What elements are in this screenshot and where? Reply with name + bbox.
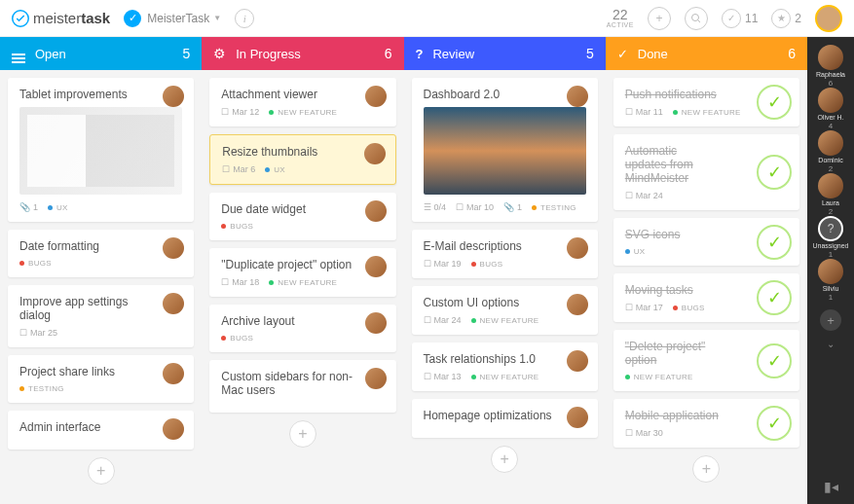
user-avatar[interactable] (815, 5, 842, 32)
task-card[interactable]: Tablet improvements📎 1UX (8, 78, 194, 222)
column-body: Attachment viewer☐ Mar 12NEW FEATUREResi… (202, 70, 403, 504)
column-header-done[interactable]: ✓ Done 6 (606, 37, 807, 70)
tag-ux: UX (265, 165, 285, 174)
assignee-avatar[interactable] (365, 256, 387, 277)
assignee-avatar[interactable] (365, 86, 387, 107)
card-title: Date formatting (19, 239, 182, 253)
add-card-button[interactable]: + (491, 446, 518, 473)
column-header-open[interactable]: Open 5 (0, 37, 202, 70)
project-check-icon: ✓ (124, 10, 141, 27)
project-name[interactable]: MeisterTask (147, 12, 209, 25)
add-member-button[interactable]: + (820, 309, 841, 331)
svg-line-2 (697, 19, 700, 22)
task-card[interactable]: Automatic updates from MindMeister☐ Mar … (613, 134, 799, 210)
card-meta: ☐ Mar 25 (19, 328, 182, 338)
tag-new: NEW FEATURE (625, 373, 693, 381)
card-title: Homepage optimizations (424, 409, 586, 422)
card-image (19, 107, 182, 195)
member-laura[interactable]: Laura 2 (813, 173, 849, 216)
task-card[interactable]: Homepage optimizations (412, 399, 598, 438)
task-card[interactable]: SVG iconsUX✓ (613, 218, 799, 266)
card-title: Archive layout (221, 314, 384, 328)
tag-bugs: BUGS (221, 334, 253, 342)
card-title: Improve app settings dialog (19, 295, 182, 322)
member-count: 6 (829, 79, 833, 88)
member-count: 2 (829, 164, 833, 173)
assignee-avatar[interactable] (567, 294, 588, 315)
assignee-avatar[interactable] (365, 312, 387, 334)
active-task-count[interactable]: 22 ACTIVE (607, 8, 634, 28)
board: Open 5 Tablet improvements📎 1UXDate form… (0, 37, 854, 504)
task-card[interactable]: Custom sidebars for non-Mac users (209, 360, 395, 413)
column-title: In Progress (236, 47, 300, 61)
column-body: Dashboard 2.0☰ 0/4☐ Mar 10📎 1TESTINGE-Ma… (404, 70, 606, 504)
member-avatar (818, 173, 843, 198)
card-title: Task relationships 1.0 (424, 352, 586, 366)
column-progress: ⚙ In Progress 6 Attachment viewer☐ Mar 1… (202, 37, 403, 504)
member-silviu[interactable]: Silviu 1 (813, 259, 849, 302)
column-header-review[interactable]: ? Review 5 (404, 37, 606, 70)
add-card-button[interactable]: + (88, 457, 115, 485)
app-logo[interactable]: meistertask (12, 10, 110, 27)
assignee-avatar[interactable] (364, 143, 386, 164)
add-card-button[interactable]: + (692, 455, 720, 483)
assignee-avatar[interactable] (567, 350, 588, 372)
task-card[interactable]: Improve app settings dialog☐ Mar 25 (8, 285, 194, 347)
card-meta: ☐ Mar 30 (625, 428, 749, 438)
task-card[interactable]: "Delete project" optionNEW FEATURE✓ (613, 330, 799, 391)
task-card[interactable]: Resize thumbnails☐ Mar 6UX (209, 134, 395, 185)
task-card[interactable]: Push notifications☐ Mar 11NEW FEATURE✓ (613, 78, 799, 126)
assignee-avatar[interactable] (163, 86, 184, 107)
task-card[interactable]: Attachment viewer☐ Mar 12NEW FEATURE (209, 78, 395, 126)
column-header-progress[interactable]: ⚙ In Progress 6 (202, 37, 403, 70)
info-icon[interactable]: i (235, 9, 254, 28)
task-card[interactable]: Custom UI options☐ Mar 24NEW FEATURE (412, 286, 598, 335)
add-button[interactable]: + (648, 7, 671, 30)
card-title: Custom UI options (424, 296, 586, 309)
assignee-avatar[interactable] (567, 407, 588, 428)
task-card[interactable]: Archive layoutBUGS (209, 305, 395, 352)
task-card[interactable]: Due date widgetBUGS (209, 193, 395, 240)
card-meta: ☐ Mar 6UX (222, 164, 383, 174)
task-card[interactable]: Moving tasks☐ Mar 17BUGS✓ (613, 273, 799, 322)
member-avatar (818, 88, 843, 113)
sidebar-toggle-icon[interactable]: ▮◂ (824, 479, 838, 494)
assignee-avatar[interactable] (365, 200, 387, 222)
assignee-avatar[interactable] (567, 237, 588, 259)
starred-count[interactable]: ★ 2 (771, 9, 801, 28)
task-card[interactable]: Dashboard 2.0☰ 0/4☐ Mar 10📎 1TESTING (412, 78, 598, 222)
assignee-avatar[interactable] (365, 368, 387, 389)
member-name: Silviu (823, 285, 839, 292)
task-card[interactable]: "Duplicate project" option☐ Mar 18NEW FE… (209, 248, 395, 297)
add-card-button[interactable]: + (289, 420, 316, 448)
assignee-avatar[interactable] (163, 237, 184, 259)
assignee-avatar[interactable] (567, 86, 588, 107)
assignee-avatar[interactable] (163, 363, 184, 384)
member-oliver-h-[interactable]: Oliver H. 4 (813, 88, 849, 130)
task-card[interactable]: Mobile application☐ Mar 30✓ (613, 399, 799, 448)
task-card[interactable]: Date formattingBUGS (8, 230, 194, 277)
expand-members-icon[interactable]: ⌄ (827, 339, 835, 349)
check-icon: ✓ (722, 9, 741, 28)
column-count: 5 (586, 46, 594, 61)
project-dropdown-caret[interactable]: ▼ (213, 14, 221, 22)
task-card[interactable]: Admin interface (8, 411, 194, 450)
card-meta: BUGS (19, 259, 182, 268)
member-dominic[interactable]: Dominic 2 (813, 130, 849, 173)
meta-cal: ☐ Mar 10 (456, 202, 494, 212)
member-name: Oliver H. (817, 114, 843, 121)
tag-ux: UX (48, 203, 68, 212)
task-card[interactable]: Task relationships 1.0☐ Mar 13NEW FEATUR… (412, 342, 598, 391)
member-raphaela[interactable]: Raphaela 6 (813, 45, 849, 88)
done-check-icon: ✓ (757, 406, 792, 441)
search-icon[interactable] (685, 7, 708, 30)
member-count: 2 (829, 207, 833, 216)
member-unassigned[interactable]: ? Unassigned 1 (813, 216, 849, 259)
task-card[interactable]: Project share linksTESTING (8, 355, 194, 403)
meta-cal: ☐ Mar 19 (424, 259, 462, 269)
question-icon: ? (416, 47, 424, 61)
done-check-icon: ✓ (757, 343, 792, 378)
task-card[interactable]: E-Mail descriptions☐ Mar 19BUGS (412, 230, 598, 278)
assignee-avatar[interactable] (163, 418, 184, 440)
completed-count[interactable]: ✓ 11 (722, 9, 758, 28)
